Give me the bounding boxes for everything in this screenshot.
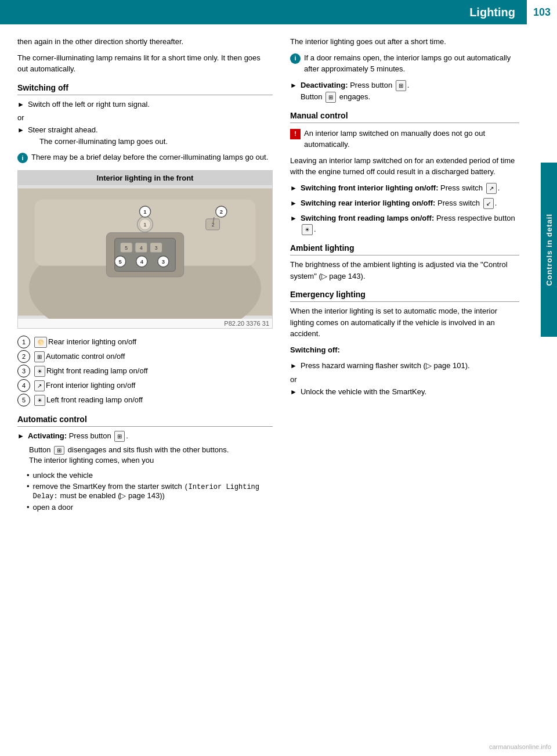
arrow-icon-3: ►: [17, 431, 24, 442]
header-bar: Lighting 103: [0, 0, 557, 24]
deactivating-btn2-icon: ⊞: [325, 92, 336, 103]
deactivating-btn2-text: Button: [301, 92, 324, 101]
switch-reading-btn: ☀: [302, 224, 313, 235]
arrow-icon-8: ►: [290, 361, 297, 372]
info-text-delay: There may be a brief delay before the co…: [31, 152, 268, 163]
arrow-icon-6: ►: [290, 198, 297, 209]
activating-label: Activating:: [28, 431, 67, 440]
hazard-item: ► Press hazard warning flasher switch (▷…: [290, 360, 519, 372]
button-disengages: Button ⊞ disengages and sits flush with …: [29, 445, 273, 455]
switch-rear-btn: ↙: [483, 198, 494, 209]
switch-front-btn: ↗: [486, 183, 497, 194]
legend-item-3: 3 ☀ Right front reading lamp on/off: [17, 365, 273, 377]
bullet-unlock: unlock the vehicle: [27, 471, 273, 480]
info-icon-1: i: [17, 153, 28, 163]
activating-item: ► Activating: Press button ⊞.: [17, 430, 273, 442]
switch-rear-label: Switching rear interior lighting on/off:: [301, 199, 436, 207]
manual-ctrl-heading: Manual control: [290, 111, 519, 123]
info-icon-2: i: [290, 53, 301, 64]
diagram-image: 1 5 4 3 2: [18, 185, 272, 319]
legend-list: 1 🌕 Rear interior lighting on/off 2 ⊞ Au…: [17, 336, 273, 406]
switch-reading-label: Switching front reading lamps on/off:: [301, 214, 434, 222]
info-box-delay: i There may be a brief delay before the …: [17, 152, 273, 163]
legend-item-4: 4 ↗ Front interior lighting on/off: [17, 379, 273, 392]
read-right-icon: ☀: [34, 366, 45, 377]
legend-num-5: 5: [17, 394, 30, 406]
legend-text-2: Automatic control on/off: [46, 351, 125, 362]
header-title: Lighting: [469, 6, 515, 19]
image-box-title: Interior lighting in the front: [18, 171, 272, 185]
legend-text-3: Right front reading lamp on/off: [46, 365, 148, 377]
ambient-heading: Ambient lighting: [290, 243, 519, 255]
watermark: carmanualsonline.info: [489, 743, 551, 750]
warning-text: An interior lamp switched on manually do…: [304, 128, 519, 150]
image-caption: P82.20 3376 31: [18, 319, 272, 328]
left-column: then again in the other direction shortl…: [17, 36, 273, 514]
side-tab-label: Controls in detail: [545, 214, 554, 286]
arrow-icon-9: ►: [290, 387, 297, 398]
switching-off-item2: ► Steer straight ahead. The corner-illum…: [17, 124, 273, 147]
btn-disengage-text: disengages and sits flush with the other…: [68, 445, 229, 454]
page-number: 103: [527, 0, 557, 24]
or-text-2: or: [290, 375, 519, 384]
switch-reading-item: ► Switching front reading lamps on/off: …: [290, 213, 519, 236]
side-tab: Controls in detail: [541, 163, 557, 337]
btn-text-1: Button: [29, 445, 53, 454]
activating-text: Press button: [69, 431, 114, 440]
hazard-text: Press hazard warning flasher switch (▷ p…: [301, 360, 519, 372]
switching-off-text2: Steer straight ahead.: [28, 125, 98, 134]
switching-off-item1: ► Switch off the left or right turn sign…: [17, 99, 273, 110]
deactivating-text: Press button: [350, 81, 395, 89]
svg-text:3: 3: [155, 245, 158, 251]
svg-text:2: 2: [220, 208, 223, 215]
bullet-smartkey: remove the SmartKey from the starter swi…: [27, 482, 273, 501]
switch-rear-item: ► Switching rear interior lighting on/of…: [290, 197, 519, 209]
rear-light-icon: 🌕: [34, 337, 47, 348]
switch-front-text: Press switch: [440, 183, 485, 192]
switch-front-label: Switching front interior lighting on/off…: [301, 183, 439, 192]
or-text-1: or: [17, 113, 273, 122]
warning-box: ! An interior lamp switched on manually …: [290, 128, 519, 150]
arrow-icon-4: ►: [290, 80, 297, 103]
activating-btn-icon: ⊞: [114, 431, 125, 442]
legend-num-3: 3: [17, 365, 30, 377]
unlock-item: ► Unlock the vehicle with the SmartKey.: [290, 386, 519, 398]
auto-ctrl-heading: Automatic control: [17, 415, 273, 427]
bullet-door: open a door: [27, 503, 273, 512]
arrow-icon-1: ►: [17, 99, 24, 110]
legend-item-5: 5 ☀ Left front reading lamp on/off: [17, 394, 273, 406]
info-door-text: If a door remains open, the interior lam…: [304, 52, 519, 75]
main-content: then again in the other direction shortl…: [0, 24, 557, 525]
auto-ctrl-icon: ⊞: [34, 351, 45, 362]
switching-off-heading: Switching off: [17, 83, 273, 95]
legend-item-1: 1 🌕 Rear interior lighting on/off: [17, 336, 273, 348]
deactivating-label: Deactivating:: [301, 81, 348, 89]
warning-icon: !: [290, 129, 301, 139]
legend-text-5: Left front reading lamp on/off: [46, 394, 143, 406]
legend-num-1: 1: [17, 336, 30, 348]
svg-text:4: 4: [140, 258, 144, 265]
svg-text:3: 3: [162, 258, 165, 265]
bullet-unlock-text: unlock the vehicle: [33, 471, 93, 480]
switch-front-item: ► Switching front interior lighting on/o…: [290, 182, 519, 194]
manual-text1: Leaving an interior lamp switched on for…: [290, 155, 519, 178]
image-box: Interior lighting in the front: [17, 170, 273, 329]
intro-text-2: The corner-illuminating lamp remains lit…: [17, 52, 273, 75]
goes-out-text: The interior lighting goes out after a s…: [290, 36, 519, 48]
deactivating-btn-icon: ⊞: [396, 80, 406, 91]
switch-rear-text: Press switch: [437, 199, 482, 207]
read-left-icon: ☀: [34, 395, 45, 406]
bullet-smartkey-text: remove the SmartKey from the starter swi…: [33, 482, 273, 501]
emergency-heading: Emergency lighting: [290, 290, 519, 302]
legend-num-2: 2: [17, 350, 30, 363]
legend-text-1: Rear interior lighting on/off: [48, 336, 136, 348]
info-box-door: i If a door remains open, the interior l…: [290, 52, 519, 75]
unlock-text: Unlock the vehicle with the SmartKey.: [301, 386, 519, 398]
deactivating-engages-text: engages.: [339, 92, 371, 101]
emergency-text: When the interior lighting is set to aut…: [290, 305, 519, 340]
deactivating-item: ► Deactivating: Press button ⊞. Button ⊞…: [290, 80, 519, 103]
switching-off-subheading: Switching off:: [290, 344, 519, 356]
legend-item-2: 2 ⊞ Automatic control on/off: [17, 350, 273, 363]
svg-text:4: 4: [140, 245, 143, 251]
switching-off-text1: Switch off the left or right turn signal…: [28, 99, 273, 110]
